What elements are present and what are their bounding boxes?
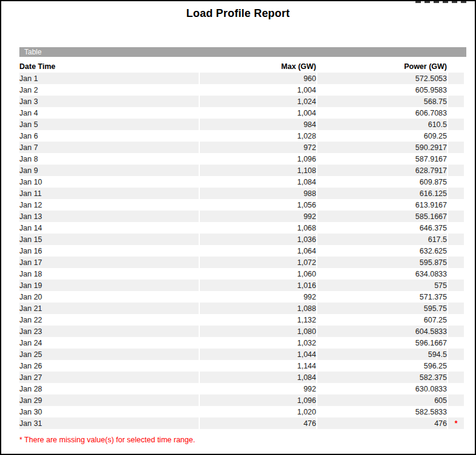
max-cell: 1,032 [200,337,316,349]
max-cell: 1,020 [200,406,316,417]
date-cell: Jan 8 [19,153,199,165]
table-row: Jan 5 984 610.5 [19,119,464,130]
table-row: Jan 1 960 572.5053 [19,73,464,84]
missing-value-asterisk [448,142,464,153]
missing-value-asterisk [448,406,464,417]
power-cell: 582.375 [317,372,447,383]
date-cell: Jan 11 [19,188,199,199]
table-row: Jan 26 1,144 596.25 [19,360,464,372]
missing-value-asterisk [448,314,464,326]
missing-value-asterisk [448,337,464,349]
missing-value-asterisk [448,372,464,383]
power-cell: 572.5053 [317,73,447,84]
date-cell: Jan 7 [19,142,199,153]
table-row: Jan 16 1,064 632.625 [19,245,464,257]
date-cell: Jan 21 [19,303,199,314]
power-cell: 595.75 [317,303,447,314]
date-cell: Jan 31 [19,417,199,429]
power-cell: 605.9583 [317,84,447,96]
clipped-text-fragment [415,1,468,3]
power-cell: 617.5 [317,234,447,245]
max-cell: 988 [200,188,316,199]
max-cell: 1,064 [200,245,316,257]
power-cell: 646.375 [317,222,447,234]
date-cell: Jan 26 [19,360,199,372]
table-row: Jan 15 1,036 617.5 [19,234,464,245]
max-cell: 992 [200,211,316,222]
date-cell: Jan 25 [19,349,199,360]
missing-value-asterisk: * [448,417,464,429]
table-row: Jan 7 972 590.2917 [19,142,464,153]
max-cell: 972 [200,142,316,153]
max-cell: 1,056 [200,199,316,211]
missing-value-asterisk [448,188,464,199]
power-cell: 596.1667 [317,337,447,349]
report-page: { "page": { "title": "Load Profile Repor… [0,0,476,455]
table-row: Jan 13 992 585.1667 [19,211,464,222]
missing-value-asterisk [448,119,464,130]
date-cell: Jan 15 [19,234,199,245]
date-cell: Jan 27 [19,372,199,383]
missing-value-asterisk [448,360,464,372]
table-row: Jan 11 988 616.125 [19,188,464,199]
table-row: Jan 23 1,080 604.5833 [19,326,464,337]
missing-value-asterisk [448,326,464,337]
table-row: Jan 21 1,088 595.75 [19,303,464,314]
max-cell: 984 [200,119,316,130]
max-cell: 476 [200,417,316,429]
table-row: Jan 20 992 571.375 [19,291,464,303]
power-cell: 609.25 [317,130,447,142]
date-cell: Jan 6 [19,130,199,142]
missing-value-asterisk [448,303,464,314]
max-cell: 1,088 [200,303,316,314]
table-row: Jan 14 1,068 646.375 [19,222,464,234]
date-cell: Jan 10 [19,176,199,188]
date-cell: Jan 4 [19,107,199,119]
power-cell: 606.7083 [317,107,447,119]
missing-value-asterisk [448,84,464,96]
missing-value-asterisk [448,199,464,211]
table-row: Jan 22 1,132 607.25 [19,314,464,326]
max-cell: 992 [200,383,316,394]
table-row: Jan 4 1,004 606.7083 [19,107,464,119]
date-cell: Jan 9 [19,165,199,176]
date-cell: Jan 16 [19,245,199,257]
table-row: Jan 27 1,084 582.375 [19,372,464,383]
table-header-row: Date Time Max (GW) Power (GW) [19,61,464,73]
table-row: Jan 8 1,096 587.9167 [19,153,464,165]
power-cell: 568.75 [317,96,447,107]
table-row: Jan 24 1,032 596.1667 [19,337,464,349]
power-cell: 616.125 [317,188,447,199]
missing-value-asterisk [448,96,464,107]
table-section-header: Table [19,47,466,57]
table-row: Jan 31 476 476 * [19,417,464,429]
missing-value-asterisk [448,107,464,119]
date-cell: Jan 18 [19,268,199,280]
power-cell: 605 [317,394,447,406]
table-row: Jan 30 1,020 582.5833 [19,406,464,417]
max-cell: 1,084 [200,176,316,188]
power-cell: 613.9167 [317,199,447,211]
table-row: Jan 25 1,044 594.5 [19,349,464,360]
power-cell: 609.875 [317,176,447,188]
date-cell: Jan 19 [19,280,199,291]
date-cell: Jan 3 [19,96,199,107]
date-cell: Jan 12 [19,199,199,211]
missing-value-asterisk [448,153,464,165]
table-row: Jan 29 1,096 605 [19,394,464,406]
power-cell: 590.2917 [317,142,447,153]
missing-value-asterisk [448,383,464,394]
power-cell: 594.5 [317,349,447,360]
table-body: Jan 1 960 572.5053 Jan 2 1,004 605.9583 … [19,73,464,429]
max-cell: 1,060 [200,268,316,280]
max-cell: 1,024 [200,96,316,107]
date-cell: Jan 5 [19,119,199,130]
max-cell: 1,132 [200,314,316,326]
table-row: Jan 6 1,028 609.25 [19,130,464,142]
power-cell: 571.375 [317,291,447,303]
column-header-power-gw: Power (GW) [317,61,447,73]
missing-value-asterisk [448,394,464,406]
power-cell: 595.875 [317,257,447,268]
date-cell: Jan 23 [19,326,199,337]
max-cell: 1,016 [200,280,316,291]
